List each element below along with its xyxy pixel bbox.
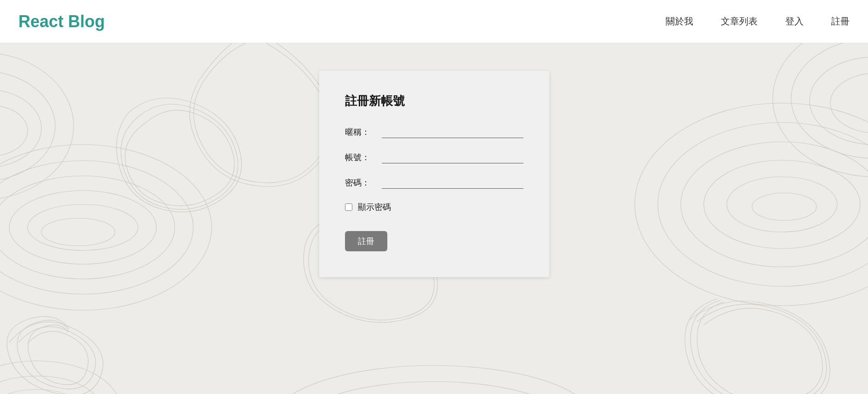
register-card: 註冊新帳號 暱稱： 帳號： 密碼： 顯示密碼 註冊 xyxy=(319,71,549,277)
logo[interactable]: React Blog xyxy=(18,12,105,31)
nickname-label: 暱稱： xyxy=(345,127,382,138)
nav-register[interactable]: 註冊 xyxy=(831,15,850,28)
main-content: 註冊新帳號 暱稱： 帳號： 密碼： 顯示密碼 註冊 xyxy=(0,43,868,394)
account-input[interactable] xyxy=(382,151,523,163)
nav-login[interactable]: 登入 xyxy=(785,15,804,28)
form-title: 註冊新帳號 xyxy=(345,93,523,109)
header: React Blog 關於我 文章列表 登入 註冊 xyxy=(0,0,868,43)
nav: 關於我 文章列表 登入 註冊 xyxy=(666,15,850,28)
nav-about[interactable]: 關於我 xyxy=(666,15,693,28)
account-label: 帳號： xyxy=(345,152,382,163)
submit-button[interactable]: 註冊 xyxy=(345,231,387,251)
show-password-row: 顯示密碼 xyxy=(345,202,523,213)
password-input[interactable] xyxy=(382,176,523,189)
nickname-input[interactable] xyxy=(382,126,523,138)
password-label: 密碼： xyxy=(345,177,382,188)
password-group: 密碼： xyxy=(345,176,523,189)
show-password-label[interactable]: 顯示密碼 xyxy=(358,202,391,213)
nickname-group: 暱稱： xyxy=(345,126,523,138)
account-group: 帳號： xyxy=(345,151,523,163)
show-password-checkbox[interactable] xyxy=(345,203,352,211)
nav-articles[interactable]: 文章列表 xyxy=(721,15,758,28)
